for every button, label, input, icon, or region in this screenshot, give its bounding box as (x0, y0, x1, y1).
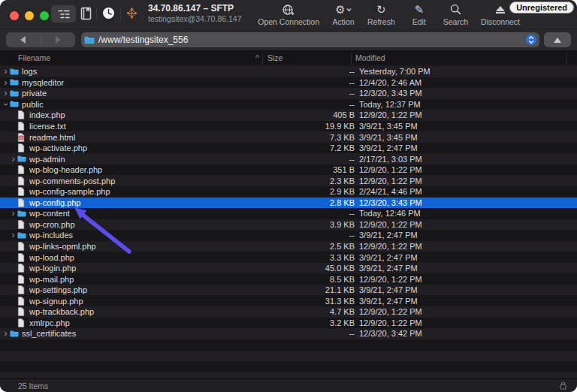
search-icon (450, 3, 461, 16)
bookmarks-book-icon (80, 7, 92, 20)
refresh-button[interactable]: ↻ Refresh (367, 3, 395, 26)
file-size: -- (305, 78, 355, 87)
unregistered-badge[interactable]: Unregistered (509, 2, 574, 14)
column-header-size[interactable]: Size (267, 53, 282, 62)
outline-view-button[interactable] (51, 5, 76, 23)
file-row[interactable]: › wp-content -- Today, 12:46 PM (0, 208, 577, 219)
parent-directory-button[interactable] (544, 32, 571, 47)
back-forward-control (6, 32, 75, 47)
action-button[interactable]: ⚙ Action (332, 3, 355, 26)
file-name: wp-signup.php (29, 297, 305, 306)
folder-icon (17, 155, 26, 164)
document-icon (17, 297, 26, 306)
file-row[interactable]: wp-trackback.php 4.7 KB 12/9/20, 1:22 PM (0, 306, 577, 318)
document-icon (17, 198, 26, 207)
path-stepper-icon[interactable] (526, 35, 536, 45)
column-header-filename[interactable]: Filename (18, 53, 50, 62)
file-size: -- (305, 231, 355, 240)
document-icon (17, 285, 26, 294)
traffic-lights (10, 11, 49, 20)
column-divider[interactable] (566, 53, 567, 65)
file-row[interactable]: wp-config-sample.php 2.9 KB 2/24/21, 4:4… (0, 186, 577, 198)
current-path: /www/testingsitex_556 (98, 35, 526, 45)
forward-icon (56, 36, 61, 44)
file-row[interactable]: index.php 405 B 12/9/20, 1:22 PM (0, 110, 577, 121)
file-row[interactable]: wp-comments-post.php 2.3 KB 12/9/20, 1:2… (0, 175, 577, 186)
file-row[interactable]: wp-mail.php 8.5 KB 12/9/20, 1:22 PM (0, 273, 577, 285)
navigation-bar: /www/testingsitex_556 (0, 29, 577, 51)
document-icon (17, 143, 26, 152)
titlebar: 34.70.86.147 – SFTP testingsitex@34.70.8… (0, 0, 577, 29)
sort-ascending-icon: ^ (255, 53, 259, 62)
file-modified: 2/24/21, 4:46 PM (355, 187, 577, 196)
close-window-button[interactable] (10, 11, 19, 20)
disclosure-chevron-icon[interactable]: › (10, 231, 17, 239)
file-row[interactable]: wp-blog-header.php 351 B 12/9/20, 1:22 P… (0, 164, 577, 176)
file-row[interactable]: › ssl_certificates -- 12/3/20, 3:42 PM (0, 328, 577, 339)
file-name: wp-admin (29, 155, 305, 164)
connection-title: 34.70.86.147 – SFTP testingsitex@34.70.8… (148, 4, 242, 23)
file-row[interactable]: wp-login.php 45.0 KB 3/9/21, 2:47 PM (0, 263, 577, 274)
minimize-window-button[interactable] (25, 11, 34, 20)
folder-icon (10, 100, 19, 109)
file-modified: 12/3/20, 3:43 PM (355, 89, 577, 98)
file-size: -- (305, 209, 355, 218)
html-document-icon (17, 133, 26, 142)
file-row[interactable]: › private -- 12/3/20, 3:43 PM (0, 88, 577, 99)
path-dropdown[interactable]: /www/testingsitex_556 (81, 32, 539, 47)
column-header-modified[interactable]: Modified (355, 53, 385, 62)
file-name: wp-config-sample.php (29, 187, 305, 196)
bookmarks-button[interactable] (80, 7, 92, 20)
history-button[interactable] (102, 7, 115, 20)
zoom-window-button[interactable] (40, 11, 49, 20)
file-row[interactable]: wp-cron.php 3.9 KB 12/9/20, 1:22 PM (0, 219, 577, 231)
file-row[interactable]: wp-links-opml.php 2.5 KB 12/9/20, 1:22 P… (0, 241, 577, 252)
disclosure-chevron-icon[interactable]: › (10, 155, 17, 163)
disclosure-chevron-icon[interactable]: › (2, 89, 9, 97)
file-name: readme.html (29, 133, 305, 142)
column-divider[interactable] (351, 53, 352, 65)
folder-icon (10, 78, 19, 87)
file-row[interactable]: wp-config.php 2.8 KB 12/3/20, 3:43 PM (0, 198, 577, 209)
file-row[interactable]: › wp-includes -- 3/9/21, 2:47 PM (0, 230, 577, 241)
file-size: -- (305, 67, 355, 76)
search-button[interactable]: Search (443, 3, 468, 26)
column-divider[interactable] (262, 53, 263, 65)
document-icon (17, 176, 26, 185)
file-row[interactable]: wp-settings.php 21.1 KB 3/9/21, 2:47 PM (0, 285, 577, 296)
file-size: 31.3 KB (305, 297, 355, 306)
disclosure-chevron-icon[interactable]: › (2, 79, 9, 86)
open-connection-button[interactable]: Open Connection (258, 3, 319, 26)
file-size: 2.9 KB (305, 187, 355, 196)
disclosure-chevron-icon[interactable]: › (10, 210, 17, 217)
file-row[interactable]: › logs -- Yesterday, 7:00 PM (0, 66, 577, 77)
disclosure-chevron-icon[interactable]: › (2, 101, 10, 107)
file-row[interactable]: wp-load.php 3.3 KB 3/9/21, 2:47 PM (0, 252, 577, 263)
file-modified: 12/3/20, 3:43 PM (355, 198, 577, 207)
file-row[interactable]: › mysqleditor -- 12/4/20, 2:46 AM (0, 77, 577, 89)
file-row[interactable]: › wp-admin -- 2/17/21, 3:03 PM (0, 153, 577, 164)
bonjour-button[interactable] (125, 7, 138, 20)
document-icon (17, 264, 26, 273)
back-button[interactable] (6, 36, 41, 44)
file-row[interactable]: wp-activate.php 7.2 KB 3/9/21, 2:47 PM (0, 143, 577, 154)
file-modified: 12/9/20, 1:22 PM (355, 176, 577, 185)
file-row[interactable]: license.txt 19.9 KB 3/9/21, 3:45 PM (0, 121, 577, 132)
disclosure-chevron-icon[interactable]: › (2, 330, 9, 337)
file-size: 45.0 KB (305, 264, 355, 273)
document-icon (17, 242, 26, 251)
file-row[interactable]: wp-signup.php 31.3 KB 3/9/21, 2:47 PM (0, 295, 577, 306)
forward-button[interactable] (41, 36, 76, 44)
disclosure-chevron-icon[interactable]: › (2, 68, 9, 75)
file-name: wp-cron.php (29, 220, 305, 229)
edit-button[interactable]: ✎ Edit (408, 3, 430, 26)
file-modified: 12/9/20, 1:22 PM (355, 318, 577, 327)
back-icon (20, 36, 26, 44)
window-title: 34.70.86.147 – SFTP (148, 4, 242, 14)
file-row[interactable]: › public -- Today, 12:37 PM (0, 99, 577, 110)
file-name: wp-content (29, 209, 305, 218)
file-row[interactable]: readme.html 7.3 KB 3/9/21, 3:45 PM (0, 131, 577, 143)
file-size: -- (305, 329, 355, 338)
file-row[interactable]: xmlrpc.php 3.2 KB 12/9/20, 1:22 PM (0, 318, 577, 329)
file-modified: 12/9/20, 1:22 PM (355, 165, 577, 174)
